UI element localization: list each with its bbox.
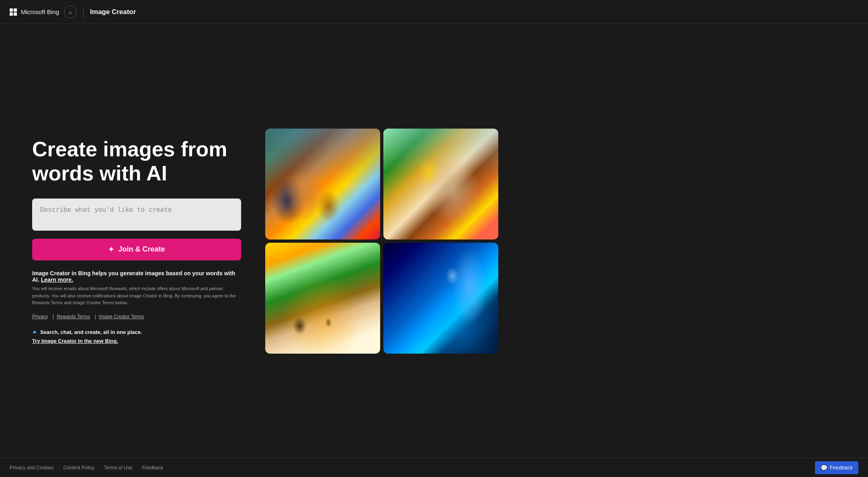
new-bing-line2: Try Image Creator in the new Bing. [32, 337, 241, 344]
content-policy-link[interactable]: Content Policy [63, 465, 94, 471]
image-grid [265, 129, 498, 354]
bing-sparkle-icon: ✦ [32, 329, 37, 336]
try-new-bing-link[interactable]: Try Image Creator in the new Bing. [32, 338, 118, 344]
privacy-link[interactable]: Privacy [32, 314, 48, 319]
image-creator-terms-link[interactable]: Image Creator Terms [99, 314, 144, 319]
ms-windows-icon [10, 8, 17, 16]
new-bing-promo: ✦ Search, chat, and create, all in one p… [32, 329, 241, 344]
terms-links: Privacy | Rewards Terms | Image Creator … [32, 314, 241, 319]
footer-links: Privacy and Cookies Content Policy Terms… [10, 465, 163, 471]
chat-bubble-icon: 💬 [821, 465, 827, 471]
new-bing-line1: ✦ Search, chat, and create, all in one p… [32, 329, 241, 336]
terms-of-use-link[interactable]: Terms of Use [104, 465, 133, 471]
join-create-button[interactable]: ✦ Join & Create [32, 239, 241, 260]
privacy-cookies-link[interactable]: Privacy and Cookies [10, 465, 53, 471]
search-icon[interactable]: ⌕ [64, 6, 77, 18]
ms-bing-label: Microsoft Bing [21, 8, 59, 15]
hero-title: Create images from words with AI [32, 137, 241, 186]
product-name-label: Image Creator [90, 8, 136, 16]
feedback-button-label: Feedback [830, 465, 853, 471]
image-card-kite [265, 243, 380, 354]
prompt-input[interactable] [32, 199, 241, 231]
sparkle-icon: ✦ [108, 245, 114, 254]
feedback-button[interactable]: 💬 Feedback [815, 461, 858, 474]
image-card-animals [265, 129, 380, 240]
header-divider [83, 6, 84, 18]
image-card-basket [383, 129, 498, 240]
description-bold: Image Creator in Bing helps you generate… [32, 270, 241, 283]
learn-more-link[interactable]: Learn more. [41, 276, 73, 283]
join-create-label: Join & Create [118, 245, 165, 254]
footer-feedback-link[interactable]: Feedback [142, 465, 163, 471]
ms-logo[interactable]: Microsoft Bing [10, 8, 59, 16]
image-card-city [383, 243, 498, 354]
description-small: You will receive emails about Microsoft … [32, 285, 241, 307]
rewards-terms-link[interactable]: Rewards Terms [57, 314, 90, 319]
left-panel: Create images from words with AI ✦ Join … [32, 137, 241, 344]
